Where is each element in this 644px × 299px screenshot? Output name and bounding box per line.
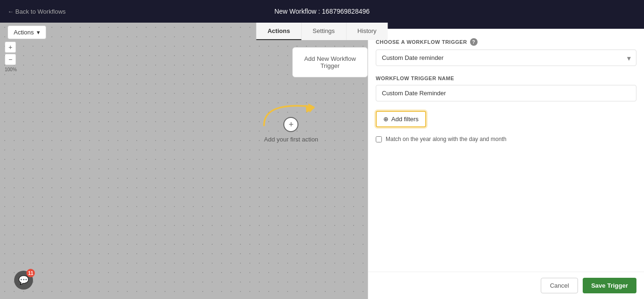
add-filters-plus-icon: ⊕ bbox=[383, 116, 388, 123]
trigger-name-section-label: WORKFLOW TRIGGER NAME bbox=[376, 75, 636, 81]
back-to-workflows-link[interactable]: ← Back to Workflows bbox=[8, 8, 66, 15]
add-action-label: Add your first action bbox=[264, 136, 318, 143]
trigger-type-select[interactable]: Custom Date reminder Contact Created Con… bbox=[376, 50, 636, 66]
add-action-button[interactable]: + bbox=[283, 117, 298, 132]
add-filters-label: Add filters bbox=[391, 116, 419, 123]
trigger-dropdown-wrapper: Custom Date reminder Contact Created Con… bbox=[376, 50, 636, 66]
workflow-trigger-panel: Workflow Trigger Adds a workflow trigger… bbox=[368, 0, 644, 299]
trigger-card[interactable]: Add New Workflow Trigger bbox=[292, 47, 368, 77]
panel-body: CHOOSE A WORKFLOW TRIGGER ? Custom Date … bbox=[368, 29, 644, 272]
info-icon[interactable]: ? bbox=[470, 38, 478, 46]
svg-marker-0 bbox=[308, 102, 315, 113]
workflow-canvas: Add New Workflow Trigger + Add your firs… bbox=[0, 23, 368, 299]
zoom-controls: + − 100% bbox=[5, 42, 17, 72]
panel-footer: Cancel Save Trigger bbox=[368, 272, 644, 299]
add-first-action-area: + Add your first action bbox=[264, 117, 318, 143]
match-year-label: Match on the year along with the day and… bbox=[386, 136, 506, 142]
top-nav: ← Back to Workflows New Workflow : 16879… bbox=[0, 0, 644, 23]
actions-button-label: Actions bbox=[14, 29, 34, 36]
zoom-out-button[interactable]: − bbox=[5, 54, 16, 65]
zoom-level: 100% bbox=[5, 67, 17, 72]
notification-count: 11 bbox=[26, 269, 35, 277]
chevron-down-icon: ▾ bbox=[37, 29, 40, 36]
tab-actions[interactable]: Actions bbox=[256, 23, 301, 40]
add-filters-button[interactable]: ⊕ Add filters bbox=[376, 111, 426, 127]
tab-settings[interactable]: Settings bbox=[301, 23, 346, 40]
actions-button[interactable]: Actions ▾ bbox=[8, 25, 46, 39]
save-trigger-button[interactable]: Save Trigger bbox=[583, 278, 636, 293]
trigger-name-input[interactable] bbox=[376, 85, 636, 101]
zoom-in-button[interactable]: + bbox=[5, 42, 16, 53]
tab-history[interactable]: History bbox=[346, 23, 388, 40]
trigger-card-line2: Trigger bbox=[298, 62, 362, 69]
cancel-button[interactable]: Cancel bbox=[541, 278, 578, 293]
match-year-checkbox[interactable] bbox=[376, 136, 382, 142]
tabs-row: Actions Settings History bbox=[256, 23, 388, 40]
choose-trigger-label: CHOOSE A WORKFLOW TRIGGER ? bbox=[376, 38, 636, 46]
chat-icon: 💬 bbox=[18, 275, 29, 285]
match-checkbox-row: Match on the year along with the day and… bbox=[376, 136, 636, 142]
workflow-title: New Workflow : 1687969828496 bbox=[274, 8, 370, 15]
notification-badge[interactable]: 💬 11 bbox=[14, 271, 33, 290]
trigger-card-line1: Add New Workflow bbox=[298, 55, 362, 62]
